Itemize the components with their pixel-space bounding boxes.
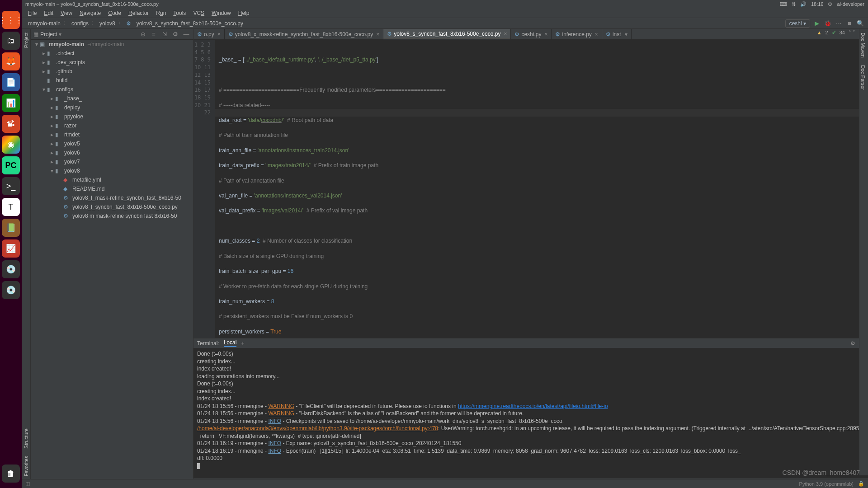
run-more-button[interactable]: ⋯	[835, 19, 843, 28]
tab-3[interactable]: ⚙ceshi.py×	[511, 29, 552, 40]
tray-settings-icon[interactable]: ⚙	[828, 1, 832, 7]
statusbar-toggle-icon[interactable]: ◫	[25, 481, 30, 487]
breadcrumb-3[interactable]: yolov8_s_syncbn_fast_8xb16-500e_coco.py	[134, 20, 246, 27]
sidebar-tab-structure[interactable]: Structure	[23, 425, 30, 452]
watermark: CSDN @dream_home8407	[783, 469, 860, 476]
run-config-selector[interactable]: ceshi ▾	[785, 19, 810, 28]
tray-volume-icon[interactable]: 🔊	[800, 1, 807, 7]
main-area: Project Structure Favorites ★ ▦ Project …	[22, 29, 868, 488]
launcher-disk-1[interactable]: 💿	[2, 260, 20, 278]
editor-gutter: 1 2 3 4 5 6 7 8 9 10 11 12 13 14 15 16 1…	[193, 40, 215, 338]
menu-tools[interactable]: Tools	[170, 9, 189, 17]
menu-navigate[interactable]: Navigate	[77, 9, 104, 17]
menu-run[interactable]: Run	[153, 9, 169, 17]
terminal-panel: Terminal: Local + ⚙ — Done (t=0.00s) cre…	[193, 338, 868, 478]
debug-button[interactable]: 🐞	[824, 19, 832, 28]
editor-tabs: ⚙o.py× ⚙yolov8_x_mask-refine_syncbn_fast…	[193, 29, 868, 40]
launcher-terminal[interactable]: >_	[2, 177, 20, 195]
launcher-impress[interactable]: 📽	[2, 115, 20, 133]
launcher-chrome[interactable]: ◉	[2, 136, 20, 154]
menu-file[interactable]: File	[25, 9, 39, 17]
statusbar-interpreter[interactable]: Python 3.9 (openmmlab)	[799, 481, 854, 487]
editor-inspection-status[interactable]: ▲2 ✔34 ˄ ˅	[817, 30, 855, 36]
menu-code[interactable]: Code	[105, 9, 124, 17]
navbar: mmyolo-main〉 configs〉 yolov8〉 ⚙ yolov8_s…	[22, 18, 868, 29]
tray-user[interactable]: ai-developer	[837, 1, 864, 7]
breadcrumb-2[interactable]: yolov8	[97, 20, 118, 27]
menu-view[interactable]: View	[58, 9, 75, 17]
launcher-writer[interactable]: 📄	[2, 73, 20, 91]
run-button[interactable]: ▶	[813, 19, 821, 28]
ubuntu-launcher: ⋮⋮⋮ 🗂 🦊 📄 📊 📽 ◉ PC >_ T 📗 📈 💿 💿 🗑	[0, 0, 22, 488]
tray-keyboard-icon[interactable]: ⌨	[780, 1, 787, 7]
sidebar-tab-favorites[interactable]: Favorites	[23, 452, 30, 480]
launcher-app-1[interactable]: 📗	[2, 219, 20, 237]
terminal-tab-local[interactable]: Local	[224, 339, 237, 347]
launcher-disk-2[interactable]: 💿	[2, 281, 20, 299]
terminal-settings-icon[interactable]: ⚙	[850, 340, 855, 347]
project-tree[interactable]: ▾▣mmyolo-main~/mmyolo-main ▸▮.circleci ▸…	[31, 40, 193, 488]
window-titlebar: mmyolo-main – yolov8_s_syncbn_fast_8xb16…	[22, 0, 868, 8]
tab-2-active[interactable]: ⚙yolov8_s_syncbn_fast_8xb16-500e_coco.py…	[383, 29, 511, 40]
hide-icon[interactable]: —	[182, 30, 190, 38]
terminal-cursor	[197, 463, 200, 469]
locate-icon[interactable]: ⊕	[139, 30, 147, 38]
editor-area: ⚙o.py× ⚙yolov8_x_mask-refine_syncbn_fast…	[193, 29, 868, 488]
tray-network-icon[interactable]: ⇅	[792, 1, 796, 7]
launcher-pycharm[interactable]: PC	[2, 156, 20, 174]
breadcrumb-1[interactable]: configs	[69, 20, 91, 27]
project-panel: ▦ Project ▾ ⊕ ≡ ⇲ ⚙ — ▾▣mmyolo-main~/mmy…	[31, 29, 193, 488]
stop-button[interactable]: ■	[845, 19, 854, 28]
launcher-show-apps[interactable]: ⋮⋮⋮	[2, 11, 20, 29]
launcher-firefox[interactable]: 🦊	[2, 52, 20, 70]
tab-5[interactable]: ⚙inst▾	[602, 29, 632, 40]
window-title: mmyolo-main – yolov8_s_syncbn_fast_8xb16…	[25, 1, 159, 7]
tab-4[interactable]: ⚙inference.py×	[552, 29, 602, 40]
settings-icon[interactable]: ⚙	[171, 30, 179, 38]
menu-edit[interactable]: Edit	[41, 9, 56, 17]
launcher-calc[interactable]: 📊	[2, 94, 20, 112]
terminal-title: Terminal:	[197, 340, 219, 347]
menu-window[interactable]: Window	[209, 9, 234, 17]
launcher-app-2[interactable]: 📈	[2, 239, 20, 258]
tray-clock[interactable]: 18:16	[811, 1, 824, 7]
statusbar-lock-icon[interactable]: 🔒	[858, 481, 864, 487]
project-panel-title: Project	[40, 31, 57, 38]
code-editor[interactable]: _base_ = ['../_base_/default_runtime.py'…	[215, 40, 868, 338]
left-tool-strip: Project Structure Favorites ★	[22, 29, 31, 488]
launcher-files[interactable]: 🗂	[2, 32, 20, 50]
menu-vcs[interactable]: VCS	[190, 9, 207, 17]
breadcrumb-root[interactable]: mmyolo-main	[25, 20, 63, 27]
project-panel-header: ▦ Project ▾ ⊕ ≡ ⇲ ⚙ —	[31, 29, 193, 40]
launcher-trash[interactable]: 🗑	[2, 465, 20, 483]
terminal-add-tab[interactable]: +	[241, 340, 244, 347]
expand-icon[interactable]: ≡	[150, 30, 158, 38]
menu-refactor[interactable]: Refactor	[126, 9, 151, 17]
menubar: File Edit View Navigate Code Refactor Ru…	[22, 8, 868, 18]
statusbar: ◫ Python 3.9 (openmmlab) 🔒	[22, 479, 868, 488]
search-everywhere-button[interactable]: 🔍	[856, 19, 864, 28]
terminal-output[interactable]: Done (t=0.00s) creating index... index c…	[193, 348, 868, 478]
tab-1[interactable]: ⚙yolov8_x_mask-refine_syncbn_fast_8xb16-…	[225, 29, 384, 40]
sidebar-tab-project[interactable]: Project	[23, 29, 30, 52]
collapse-icon[interactable]: ⇲	[160, 30, 169, 38]
menu-help[interactable]: Help	[236, 9, 252, 17]
launcher-text[interactable]: T	[2, 198, 20, 216]
tab-0[interactable]: ⚙o.py×	[193, 29, 225, 40]
